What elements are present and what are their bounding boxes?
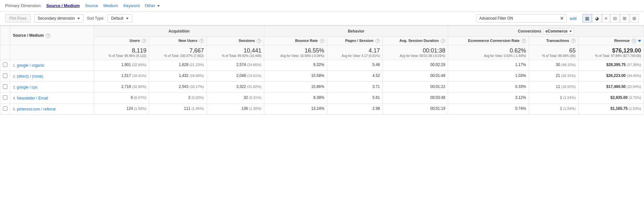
secondary-dimension-dropdown[interactable]: Secondary dimension [34, 14, 83, 23]
users-header: Users ? [94, 37, 149, 45]
source-medium-help-icon[interactable]: ? [46, 33, 50, 38]
view-table-icon[interactable]: ▦ [582, 14, 592, 23]
revenue-help-icon[interactable]: ? [632, 39, 636, 43]
avg-session-duration-help-icon[interactable]: ? [441, 39, 445, 43]
row-bounce-rate: 15.86% [264, 82, 327, 93]
ecommerce-rate-help-icon[interactable]: ? [522, 39, 526, 43]
row-sessions: 3,322 (31.82%) [207, 82, 264, 93]
row-users: 124 (1.50%) [94, 104, 149, 115]
row-sessions: 32 (0.31%) [207, 93, 264, 104]
nav-source-medium[interactable]: Source / Medium [44, 3, 82, 9]
row-transactions: 11 (16.92%) [529, 82, 578, 93]
transactions-help-icon[interactable]: ? [571, 39, 576, 43]
plot-rows-button[interactable]: Plot Rows [5, 14, 31, 23]
sessions-help-icon[interactable]: ? [257, 39, 261, 43]
filter-input[interactable] [479, 16, 558, 21]
data-table-wrap: Source / Medium ? Acquisition Behavior C… [0, 26, 644, 115]
view-pie-icon[interactable]: ◕ [592, 14, 601, 23]
row-pages-session: 5.46 [327, 60, 383, 71]
row-checkbox-cell [0, 60, 10, 71]
sort-type-dropdown[interactable]: Default [108, 14, 132, 23]
revenue-header: Revenue ? [578, 37, 644, 45]
ecommerce-rate-header: Ecommerce Conversion Rate ? [448, 37, 529, 45]
row-revenue: $17,460.50 (22.94%) [578, 82, 644, 93]
view-comparison-icon[interactable]: ⊟ [610, 14, 620, 23]
advanced-filter-box: ✕ [476, 14, 567, 23]
row-checkbox[interactable] [3, 84, 7, 89]
row-pages-session: 5.81 [327, 93, 383, 104]
column-header-row: Users ? New Users ? Sessions ? Bounce Ra… [0, 37, 644, 45]
primary-nav: Primary Dimension: Source / Medium Sourc… [0, 0, 644, 12]
row-pages-session: 3.71 [327, 82, 383, 93]
row-bounce-rate: 15.58% [264, 71, 327, 82]
pages-session-help-icon[interactable]: ? [375, 39, 380, 43]
primary-nav-label: Primary Dimension: [5, 3, 42, 8]
row-transactions: 30 (46.15%) [529, 60, 578, 71]
row-checkbox-cell [0, 82, 10, 93]
totals-pages-session: 4.17 Avg for View: 4.17 (0.01%) [327, 45, 383, 60]
row-users: 6 (0.07%) [94, 93, 149, 104]
table-row: 4. Newsletter / Email 6 (0.07%) 2 (0.03%… [0, 93, 644, 104]
section-header-row: Source / Medium ? Acquisition Behavior C… [0, 26, 644, 37]
row-checkbox[interactable] [3, 106, 7, 111]
row-transactions: 1 (1.54%) [529, 93, 578, 104]
row-source: 3. google / cpc [10, 82, 94, 93]
nav-source[interactable]: Source [83, 3, 100, 9]
row-checkbox-cell [0, 104, 10, 115]
source-link[interactable]: pinterest.com / referral [17, 107, 55, 111]
behavior-section-header: Behavior [264, 26, 448, 37]
source-link[interactable]: Newsletter / Email [17, 96, 48, 100]
row-source: 5. pinterest.com / referral [10, 104, 94, 115]
row-avg-duration: 00:01:22 [383, 82, 448, 93]
ecommerce-dropdown[interactable]: eCommerce [543, 28, 574, 34]
row-checkbox[interactable] [3, 95, 7, 100]
row-ecommerce-rate: 0.33% [448, 82, 529, 93]
totals-bounce-rate: 16.55% Avg for View: 16.56% (-0.04%) [264, 45, 327, 60]
row-pages-session: 4.52 [327, 71, 383, 82]
nav-other[interactable]: Other [143, 3, 161, 9]
totals-users: 8,119 % of Total: 99.96% (8,122) [94, 45, 149, 60]
nav-keyword[interactable]: Keyword [121, 3, 142, 9]
view-lifetime-icon[interactable]: ⊞ [630, 14, 639, 23]
bounce-rate-help-icon[interactable]: ? [320, 39, 324, 43]
new-users-help-icon[interactable]: ? [199, 39, 204, 43]
row-source: 2. (direct) / (none) [10, 71, 94, 82]
new-users-header: New Users ? [149, 37, 207, 45]
row-sessions: 2,574 (24.65%) [207, 60, 264, 71]
row-transactions: 21 (32.31%) [529, 71, 578, 82]
row-checkbox-cell [0, 71, 10, 82]
sort-type-label: Sort Type: [87, 16, 104, 21]
source-link[interactable]: google / cpc [17, 85, 38, 90]
row-checkbox[interactable] [3, 62, 7, 67]
view-performance-icon[interactable]: ≡ [602, 14, 610, 23]
row-source: 4. Newsletter / Email [10, 93, 94, 104]
row-avg-duration: 00:02:29 [383, 60, 448, 71]
row-ecommerce-rate: 1.03% [448, 71, 529, 82]
filter-edit-link[interactable]: edit [570, 16, 577, 21]
totals-label-cell [10, 45, 94, 60]
row-users: 2,718 (32.80%) [94, 82, 149, 93]
totals-revenue: $76,129.00 % of Total: 97.89% ($77,769.0… [578, 45, 644, 60]
source-link[interactable]: (direct) / (none) [17, 74, 43, 79]
totals-checkbox-cell [0, 45, 10, 60]
view-icons-group: ▦ ◕ ≡ ⊟ ⊞ ⊞ [582, 14, 639, 23]
acquisition-section-header: Acquisition [94, 26, 264, 37]
row-bounce-rate: 13.24% [264, 104, 327, 115]
filter-clear-icon[interactable]: ✕ [560, 16, 564, 21]
nav-medium[interactable]: Medium [101, 3, 120, 9]
users-help-icon[interactable]: ? [142, 39, 146, 43]
row-new-users: 2,543 (33.17%) [149, 82, 207, 93]
row-transactions: 1 (1.54%) [529, 104, 578, 115]
row-bounce-rate: 9.38% [264, 93, 327, 104]
row-avg-duration: 00:03:48 [383, 93, 448, 104]
row-avg-duration: 00:01:49 [383, 71, 448, 82]
totals-avg-session: 00:01:38 Avg for View: 00:01:38 (-0.01%) [383, 45, 448, 60]
source-link[interactable]: google / organic [17, 63, 44, 68]
main-table: Source / Medium ? Acquisition Behavior C… [0, 26, 644, 115]
row-checkbox[interactable] [3, 73, 7, 78]
row-pages-session: 2.98 [327, 104, 383, 115]
source-medium-header: Source / Medium ? [10, 26, 94, 45]
view-pivot-icon[interactable]: ⊞ [620, 14, 629, 23]
row-new-users: 111 (1.45%) [149, 104, 207, 115]
table-row: 5. pinterest.com / referral 124 (1.50%) … [0, 104, 644, 115]
